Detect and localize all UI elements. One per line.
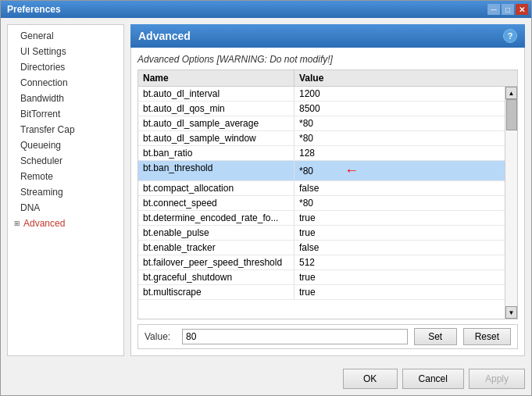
table-row[interactable]: bt.enable_pulsetrue xyxy=(138,226,505,241)
cell-value: 512 xyxy=(295,255,505,269)
sidebar-item-label: Remote xyxy=(20,171,53,182)
sidebar-item-bittorrent[interactable]: BitTorrent xyxy=(8,106,123,122)
sidebar-item-label: UI Settings xyxy=(20,46,66,57)
cell-value: 128 xyxy=(295,146,505,160)
panel-title: Advanced xyxy=(138,30,191,42)
set-button[interactable]: Set xyxy=(414,328,457,345)
table-row[interactable]: bt.graceful_shutdowntrue xyxy=(138,270,505,285)
cell-name: bt.determine_encoded_rate_fo... xyxy=(138,211,295,225)
value-input[interactable] xyxy=(182,329,408,344)
cell-value: *80← xyxy=(295,161,505,180)
sidebar-item-transfer-cap[interactable]: Transfer Cap xyxy=(8,122,123,137)
cell-name: bt.auto_dl_interval xyxy=(138,87,295,101)
table-row[interactable]: bt.multiscrapetrue xyxy=(138,285,505,300)
sidebar-item-label: Advanced xyxy=(23,218,65,229)
preferences-window: Preferences ─ □ ✕ GeneralUI SettingsDire… xyxy=(0,0,532,396)
title-bar-buttons: ─ □ ✕ xyxy=(487,4,528,15)
scroll-up-arrow[interactable]: ▲ xyxy=(505,87,517,99)
close-button[interactable]: ✕ xyxy=(516,4,528,15)
sidebar-item-label: Bandwidth xyxy=(20,93,64,104)
sidebar-item-label: Streaming xyxy=(20,187,63,198)
table-row[interactable]: bt.auto_dl_sample_window*80 xyxy=(138,131,505,146)
scrollbar-thumb[interactable] xyxy=(506,99,517,130)
cell-name: bt.graceful_shutdown xyxy=(138,270,295,284)
ok-button[interactable]: OK xyxy=(343,369,398,389)
cell-value: *80 xyxy=(295,196,505,210)
table-row[interactable]: bt.determine_encoded_rate_fo...true xyxy=(138,211,505,226)
table-container: Name Value bt.auto_dl_interval1200bt.aut… xyxy=(137,70,518,319)
table-row[interactable]: bt.ban_ratio128 xyxy=(138,146,505,161)
reset-button[interactable]: Reset xyxy=(463,328,511,345)
cell-name: bt.multiscrape xyxy=(138,285,295,299)
sidebar-item-advanced[interactable]: ⊞Advanced xyxy=(8,216,123,231)
cell-value: 1200 xyxy=(295,87,505,101)
cancel-button[interactable]: Cancel xyxy=(402,369,464,389)
panel-header: Advanced ? xyxy=(130,24,525,48)
cell-name: bt.enable_tracker xyxy=(138,241,295,255)
panel-content: Advanced Options [WARNING: Do not modify… xyxy=(130,48,525,356)
value-bar: Value: Set Reset xyxy=(137,324,518,349)
table-row[interactable]: bt.auto_dl_qos_min8500 xyxy=(138,102,505,116)
table-row[interactable]: bt.auto_dl_sample_average*80 xyxy=(138,116,505,131)
scrollbar-track: ▲ ▼ xyxy=(505,87,517,319)
table-row[interactable]: bt.connect_speed*80 xyxy=(138,196,505,211)
sidebar-item-label: Queueing xyxy=(20,140,61,151)
sidebar-item-streaming[interactable]: Streaming xyxy=(8,184,123,200)
table-row[interactable]: bt.failover_peer_speed_threshold512 xyxy=(138,255,505,270)
table-with-scroll: bt.auto_dl_interval1200bt.auto_dl_qos_mi… xyxy=(138,87,517,319)
red-arrow-icon: ← xyxy=(345,162,359,179)
cell-name: bt.auto_dl_sample_window xyxy=(138,131,295,145)
apply-button[interactable]: Apply xyxy=(469,369,525,389)
cell-name: bt.ban_ratio xyxy=(138,146,295,160)
main-panel: Advanced ? Advanced Options [WARNING: Do… xyxy=(130,24,525,356)
sidebar-item-label: Connection xyxy=(20,77,68,88)
sidebar-item-label: Transfer Cap xyxy=(20,124,75,135)
cell-value: *80 xyxy=(295,116,505,130)
cell-value: true xyxy=(295,285,505,299)
cell-name: bt.ban_threshold xyxy=(138,161,295,180)
scroll-down-arrow[interactable]: ▼ xyxy=(505,306,517,319)
sidebar-item-label: General xyxy=(20,30,54,41)
cell-name: bt.connect_speed xyxy=(138,196,295,210)
expand-icon: ⊞ xyxy=(14,219,20,227)
sidebar-item-remote[interactable]: Remote xyxy=(8,169,123,184)
cell-name: bt.enable_pulse xyxy=(138,226,295,240)
window-body: GeneralUI SettingsDirectoriesConnectionB… xyxy=(1,18,531,362)
sidebar-item-scheduler[interactable]: Scheduler xyxy=(8,153,123,169)
table-row[interactable]: bt.enable_trackerfalse xyxy=(138,241,505,255)
cell-name: bt.failover_peer_speed_threshold xyxy=(138,255,295,269)
cell-value: false xyxy=(295,181,505,195)
cell-value: true xyxy=(295,211,505,225)
help-button[interactable]: ? xyxy=(503,29,517,43)
table-row[interactable]: bt.ban_threshold*80← xyxy=(138,161,505,181)
scroll-space xyxy=(505,130,517,306)
sidebar-item-queueing[interactable]: Queueing xyxy=(8,137,123,153)
sidebar-item-label: Scheduler xyxy=(20,155,62,166)
sidebar-item-label: DNA xyxy=(20,202,40,213)
sidebar-item-connection[interactable]: Connection xyxy=(8,75,123,91)
cell-value: *80 xyxy=(295,131,505,145)
cell-name: bt.auto_dl_qos_min xyxy=(138,102,295,116)
window-title: Preferences xyxy=(7,4,61,15)
sidebar-item-directories[interactable]: Directories xyxy=(8,59,123,75)
sidebar-item-bandwidth[interactable]: Bandwidth xyxy=(8,91,123,106)
cell-name: bt.compact_allocation xyxy=(138,181,295,195)
table-row[interactable]: bt.auto_dl_interval1200 xyxy=(138,87,505,102)
col-value-header: Value xyxy=(295,70,517,86)
cell-name: bt.auto_dl_sample_average xyxy=(138,116,295,130)
table-body[interactable]: bt.auto_dl_interval1200bt.auto_dl_qos_mi… xyxy=(138,87,505,319)
table-row[interactable]: bt.compact_allocationfalse xyxy=(138,181,505,196)
col-name-header: Name xyxy=(138,70,295,86)
sidebar-item-general[interactable]: General xyxy=(8,28,123,44)
sidebar-item-label: Directories xyxy=(20,62,65,73)
minimize-button[interactable]: ─ xyxy=(487,4,500,15)
table-header: Name Value xyxy=(138,70,517,87)
sidebar-item-ui-settings[interactable]: UI Settings xyxy=(8,44,123,59)
cell-value: true xyxy=(295,226,505,240)
maximize-button[interactable]: □ xyxy=(502,4,514,15)
value-label: Value: xyxy=(145,331,176,342)
sidebar-item-dna[interactable]: DNA xyxy=(8,200,123,216)
title-bar: Preferences ─ □ ✕ xyxy=(1,1,531,18)
sidebar: GeneralUI SettingsDirectoriesConnectionB… xyxy=(7,24,124,356)
footer: OK Cancel Apply xyxy=(1,362,531,395)
